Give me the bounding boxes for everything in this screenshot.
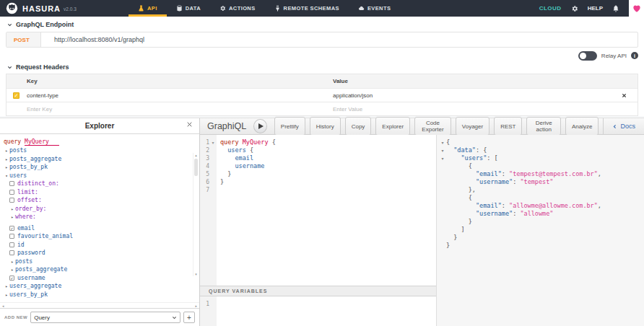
query-name-input[interactable]: MyQuery [25,138,59,146]
tab-actions[interactable]: ACTIONS [210,0,265,17]
explorer-item-limit[interactable]: limit: [0,188,199,197]
voyager-button[interactable]: Voyager [456,117,489,136]
response-line: "username": "allowme" [439,210,644,218]
arrow-right-icon: ▸ [9,267,15,272]
checkbox-checked[interactable]: ✓ [9,226,14,231]
arrow-right-icon: ▸ [9,259,15,264]
explorer-item-distinct-on[interactable]: distinct_on: [0,180,199,188]
header-enabled-checkbox[interactable]: ✓ [13,92,19,99]
help-link[interactable]: HELP [588,5,603,12]
explorer-item-label: users_aggregate [9,283,61,289]
add-operation-button[interactable]: + [183,312,195,323]
endpoint-row: POST [6,32,638,48]
close-icon[interactable] [186,121,193,128]
tab-data[interactable]: DATA [167,0,210,17]
relay-row: Relay API i [0,50,644,61]
rest-button[interactable]: REST [494,117,522,136]
headers-table: Key Value ✓ content-type application/jso… [6,74,638,116]
info-icon[interactable]: i [631,52,638,59]
scrollbar-thumb[interactable] [194,159,198,176]
tab-label: REMOTE SCHEMAS [284,5,339,12]
arrow-right-icon: ▸ [4,148,9,153]
chevron-left-icon [612,124,617,129]
hasura-logo-icon[interactable] [6,2,18,14]
explorer-item-offset[interactable]: offset: [0,196,199,205]
cloud-icon [358,5,365,12]
explorer-item-username[interactable]: ✓username [0,274,199,283]
tab-label: API [147,5,157,12]
relay-api-toggle[interactable] [578,51,597,61]
editor-code[interactable]: query MyQuery { users { email username }… [217,135,436,286]
explorer-item-posts-by-pk[interactable]: ▸posts_by_pk [0,163,199,172]
cloud-link[interactable]: CLOUD [539,5,562,12]
checkbox-unchecked[interactable] [9,234,14,239]
prettify-button[interactable]: Prettify [274,117,305,136]
tab-remote-schemas[interactable]: REMOTE SCHEMAS [265,0,349,17]
checkbox-unchecked[interactable] [9,250,14,255]
line-number: 3 [200,155,209,162]
explorer-item-posts[interactable]: ▸posts [0,146,199,155]
operation-type-select[interactable]: Query [30,312,180,323]
header-key[interactable]: content-type [27,92,333,99]
explorer-item-posts-aggregate[interactable]: ▸posts_aggregate [0,265,199,274]
editor-gutter: 1▾234567 [200,135,217,286]
checkbox-checked[interactable]: ✓ [9,276,14,281]
notifications-button[interactable] [629,0,644,17]
value-column-header: Value [333,78,622,84]
explorer-item-posts[interactable]: ▸posts [0,257,199,266]
explorer-item-id[interactable]: id [0,241,199,250]
section-title: Request Headers [16,63,69,71]
endpoint-url-input[interactable] [41,32,638,47]
nav-right-group: CLOUD HELP [539,0,644,17]
bell-icon[interactable] [612,5,619,12]
history-button[interactable]: History [310,117,341,136]
graphql-endpoint-section-header[interactable]: GraphQL Endpoint [0,20,644,29]
gear-icon[interactable] [571,5,578,12]
checkbox-unchecked[interactable] [9,181,14,186]
tab-label: EVENTS [367,5,391,12]
toolbar-buttons: PrettifyHistoryCopyExplorerCode Exporter… [274,117,599,136]
remove-header-button[interactable] [622,93,638,98]
arrow-right-icon: ▸ [4,283,9,288]
derive-action-button[interactable]: Derive action [526,117,561,136]
response-line: } [439,234,644,242]
query-variables-header[interactable]: QUERY VARIABLES [200,286,436,296]
explorer-item-posts-aggregate[interactable]: ▸posts_aggregate [0,155,199,164]
explorer-item-label: users [9,172,27,179]
response-line: ] [439,226,644,234]
checkbox-unchecked[interactable] [9,190,14,195]
explorer-footer: ADD NEW Query + [0,308,199,326]
variables-editor[interactable]: 1 [200,296,436,326]
tab-events[interactable]: EVENTS [349,0,400,17]
explorer-item-users-aggregate[interactable]: ▸users_aggregate [0,282,199,291]
explorer-horizontal-scrollbar[interactable]: ◂▸ [0,302,199,308]
header-value[interactable]: application/json [333,92,622,99]
explorer-item-email[interactable]: ✓email [0,224,199,233]
analyze-button[interactable]: Analyze [565,117,599,136]
checkbox-unchecked[interactable] [9,198,14,203]
explorer-item-users[interactable]: ▾users [0,172,199,180]
new-header-value-input[interactable] [333,106,607,113]
explorer-item-label: favourite_animal [17,233,73,239]
explorer-item-password[interactable]: password [0,249,199,257]
arrow-right-icon: ▸ [9,206,15,211]
code-exporter-button[interactable]: Code Exporter [414,117,451,136]
response-line: ▾ "users": [ [439,154,644,162]
explorer-item-favourite-animal[interactable]: favourite_animal [0,232,199,241]
docs-button[interactable]: Docs [603,118,644,134]
checkbox-unchecked[interactable] [9,242,14,247]
copy-button[interactable]: Copy [345,117,372,136]
explorer-item-users-by-pk[interactable]: ▸users_by_pk [0,291,199,299]
explorer-button[interactable]: Explorer [375,117,410,136]
request-headers-section-header[interactable]: Request Headers [0,63,644,71]
response-line: "email": "tempest@tempest.com.br", [439,170,644,178]
execute-query-button[interactable] [253,119,267,133]
query-editor[interactable]: 1▾234567 query MyQuery { users { email u… [200,135,436,326]
tab-api[interactable]: API [129,0,167,17]
chevron-down-icon [172,315,177,320]
new-header-key-input[interactable] [27,106,318,113]
explorer-item-order-by[interactable]: ▸order_by: [0,205,199,213]
response-line: { [439,162,644,170]
chevron-down-icon [7,65,12,70]
explorer-item-where[interactable]: ▸where: [0,213,199,221]
